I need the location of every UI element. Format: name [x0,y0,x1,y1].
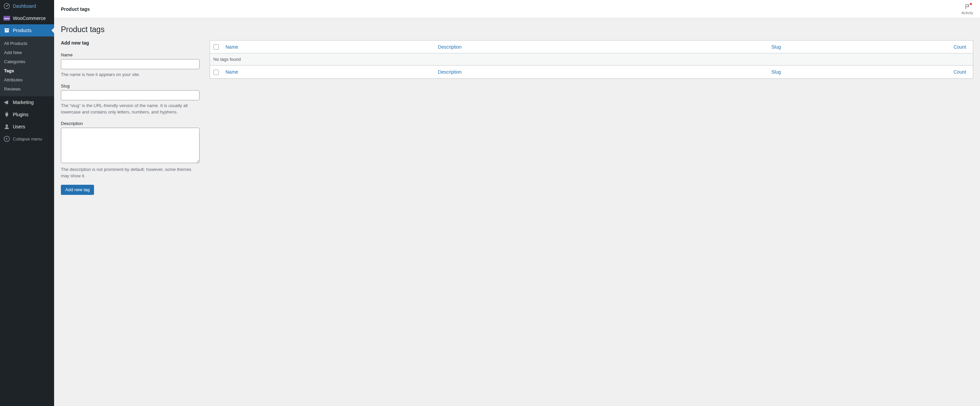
empty-message: No tags found [210,53,973,65]
description-input[interactable] [61,128,199,163]
name-label: Name [61,52,199,57]
products-submenu: All Products Add New Categories Tags Att… [0,36,54,96]
column-slug-header[interactable]: Slug [768,41,946,53]
topbar-title: Product tags [61,6,90,12]
sidebar-item-label: Plugins [13,112,29,117]
svg-point-10 [4,136,10,141]
svg-point-1 [6,6,8,7]
sidebar-item-products[interactable]: Products [0,24,54,36]
woocommerce-icon: woo [3,15,10,22]
column-description-header[interactable]: Description [434,41,768,53]
add-tag-form: Add new tag Name The name is how it appe… [61,40,199,195]
sidebar-subitem-add-new[interactable]: Add New [0,48,54,57]
megaphone-icon [3,99,10,106]
sidebar-subitem-attributes[interactable]: Attributes [0,75,54,84]
sidebar-item-dashboard[interactable]: Dashboard [0,0,54,12]
column-count-footer[interactable]: Count [946,65,973,78]
tags-table: Name Description Slug Count No tags foun… [210,40,973,79]
svg-rect-3 [5,30,9,32]
notification-dot [969,3,972,5]
table-empty-row: No tags found [210,53,973,65]
flag-icon [964,3,971,11]
archive-icon [3,27,10,34]
form-heading: Add new tag [61,40,199,46]
plug-icon [3,111,10,118]
tags-table-wrap: Name Description Slug Count No tags foun… [210,40,973,195]
dashboard-icon [3,3,10,10]
sidebar-subitem-categories[interactable]: Categories [0,57,54,66]
column-description-footer[interactable]: Description [434,65,768,78]
description-help: The description is not prominent by defa… [61,166,199,179]
sidebar-item-label: Collapse menu [13,136,42,141]
select-all-top[interactable] [213,44,219,50]
select-all-bottom[interactable] [213,70,219,75]
column-name-footer[interactable]: Name [222,65,434,78]
svg-rect-6 [6,112,7,113]
sidebar-subitem-all-products[interactable]: All Products [0,39,54,48]
activity-label: Activity [961,11,973,15]
column-slug-footer[interactable]: Slug [768,65,946,78]
svg-rect-8 [6,116,7,117]
sidebar-subitem-tags[interactable]: Tags [0,66,54,75]
svg-rect-4 [6,30,8,31]
sidebar-item-label: WooCommerce [13,16,46,21]
sidebar-item-label: Products [13,28,32,33]
page-title: Product tags [61,25,973,34]
collapse-icon [3,135,10,142]
name-input[interactable] [61,59,199,69]
column-name-header[interactable]: Name [222,41,434,53]
sidebar-item-collapse[interactable]: Collapse menu [0,133,54,145]
sidebar-item-label: Marketing [13,100,33,105]
svg-rect-2 [5,29,9,29]
activity-button[interactable]: Activity [961,3,973,15]
user-icon [3,123,10,130]
sidebar-item-users[interactable]: Users [0,121,54,133]
add-tag-button[interactable]: Add new tag [61,185,94,195]
svg-rect-7 [7,112,8,113]
sidebar-item-plugins[interactable]: Plugins [0,108,54,121]
sidebar-item-label: Dashboard [13,3,36,9]
slug-help: The “slug” is the URL-friendly version o… [61,102,199,116]
sidebar-item-label: Users [13,124,25,129]
sidebar-item-woocommerce[interactable]: woo WooCommerce [0,12,54,24]
svg-rect-5 [5,113,8,116]
svg-point-9 [6,125,8,127]
slug-label: Slug [61,83,199,89]
description-label: Description [61,121,199,126]
sidebar-item-marketing[interactable]: Marketing [0,96,54,108]
main-content: Product tags Activity Product tags Add n… [54,0,980,406]
column-checkbox-footer [210,65,222,78]
column-checkbox-header [210,41,222,53]
admin-sidebar: Dashboard woo WooCommerce Products All P… [0,0,54,406]
slug-input[interactable] [61,90,199,100]
name-help: The name is how it appears on your site. [61,71,199,78]
topbar: Product tags Activity [54,0,980,18]
sidebar-subitem-reviews[interactable]: Reviews [0,84,54,94]
column-count-header[interactable]: Count [946,41,973,53]
page-content: Product tags Add new tag Name The name i… [54,18,980,201]
